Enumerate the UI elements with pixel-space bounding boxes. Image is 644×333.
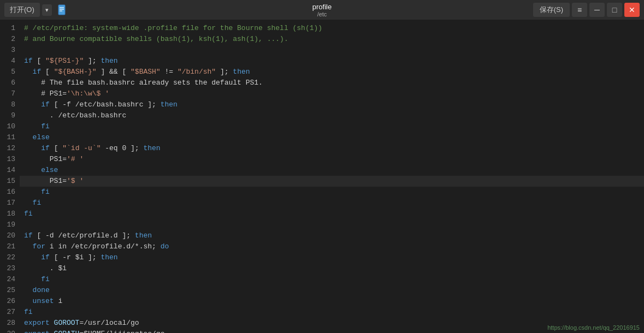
- line-number: 27: [3, 307, 15, 318]
- line-number: 14: [3, 165, 15, 176]
- line-number: 15: [3, 176, 15, 187]
- line-number: 25: [3, 285, 15, 296]
- save-button[interactable]: 保存(S): [533, 3, 570, 17]
- minimize-button[interactable]: ─: [589, 3, 605, 17]
- code-line: [20, 45, 644, 56]
- line-number: 5: [3, 67, 15, 78]
- line-number: 2: [3, 34, 15, 45]
- code-line: else: [20, 165, 644, 176]
- code-line: [20, 219, 644, 230]
- code-line: fi: [20, 307, 644, 318]
- line-number: 20: [3, 230, 15, 241]
- editor: 1234567891011121314151617181920212223242…: [0, 20, 644, 333]
- code-lines[interactable]: # /etc/profile: system-wide .profile fil…: [20, 20, 644, 333]
- code-line: if [ -r $i ]; then: [20, 252, 644, 263]
- code-line: # PS1='\h:\w\$ ': [20, 88, 644, 99]
- code-line: if [ "`id -u`" -eq 0 ]; then: [20, 143, 644, 154]
- line-number: 16: [3, 187, 15, 198]
- close-icon: ✕: [629, 5, 635, 14]
- code-line: PS1='# ': [20, 154, 644, 165]
- code-line: . $i: [20, 263, 644, 274]
- line-number: 8: [3, 99, 15, 110]
- line-number: 29: [3, 329, 15, 333]
- line-number: 3: [3, 45, 15, 56]
- code-line: if [ "${BASH-}" ] && [ "$BASH" != "/bin/…: [20, 67, 644, 78]
- title-bar-right: 保存(S) ≡ ─ □ ✕: [533, 3, 640, 17]
- open-dropdown-arrow[interactable]: ▾: [42, 4, 52, 16]
- file-icon: [56, 3, 69, 16]
- maximize-icon: □: [612, 5, 617, 14]
- code-line: # and Bourne compatible shells (bash(1),…: [20, 34, 644, 45]
- line-number: 17: [3, 198, 15, 209]
- code-line: done: [20, 285, 644, 296]
- code-line: # The file bash.bashrc already sets the …: [20, 78, 644, 88]
- title-sub: /etc: [312, 11, 332, 17]
- line-number: 13: [3, 154, 15, 165]
- line-numbers: 1234567891011121314151617181920212223242…: [0, 20, 20, 333]
- line-number: 22: [3, 252, 15, 263]
- code-line: fi: [20, 274, 644, 285]
- hamburger-icon: ≡: [577, 5, 582, 14]
- line-number: 10: [3, 121, 15, 132]
- code-line: fi: [20, 198, 644, 209]
- menu-button[interactable]: ≡: [572, 3, 587, 17]
- line-number: 23: [3, 263, 15, 274]
- title-main: profile: [312, 3, 332, 11]
- code-line: # /etc/profile: system-wide .profile fil…: [20, 23, 644, 34]
- line-number: 6: [3, 78, 15, 88]
- line-number: 9: [3, 110, 15, 121]
- close-button[interactable]: ✕: [624, 3, 640, 17]
- line-number: 19: [3, 219, 15, 230]
- svg-rect-0: [58, 5, 65, 15]
- minimize-icon: ─: [594, 5, 600, 14]
- maximize-button[interactable]: □: [607, 3, 622, 17]
- line-number: 12: [3, 143, 15, 154]
- title-bar-left: 打开(O) ▾: [4, 3, 72, 17]
- code-line: . /etc/bash.bashrc: [20, 110, 644, 121]
- watermark: https://blog.csdn.net/qq_22016915: [547, 324, 640, 331]
- line-number: 4: [3, 56, 15, 67]
- line-number: 11: [3, 132, 15, 143]
- line-number: 21: [3, 241, 15, 252]
- line-number: 28: [3, 318, 15, 329]
- code-container: 1234567891011121314151617181920212223242…: [0, 20, 644, 333]
- code-line: unset i: [20, 296, 644, 307]
- code-line: if [ "${PS1-}" ]; then: [20, 56, 644, 67]
- code-line: if [ -f /etc/bash.bashrc ]; then: [20, 99, 644, 110]
- line-number: 18: [3, 209, 15, 219]
- line-number: 26: [3, 296, 15, 307]
- code-line: fi: [20, 209, 644, 219]
- line-number: 1: [3, 23, 15, 34]
- title-bar: 打开(O) ▾ profile /etc 保存(S) ≡ ─ □ ✕: [0, 0, 644, 20]
- open-button[interactable]: 打开(O): [4, 3, 40, 17]
- code-line: PS1='$ ': [20, 176, 644, 187]
- code-line: fi: [20, 121, 644, 132]
- code-line: else: [20, 132, 644, 143]
- code-line: for i in /etc/profile.d/*.sh; do: [20, 241, 644, 252]
- line-number: 24: [3, 274, 15, 285]
- line-number: 7: [3, 88, 15, 99]
- title-bar-center: profile /etc: [312, 3, 332, 17]
- code-line: if [ -d /etc/profile.d ]; then: [20, 230, 644, 241]
- code-line: fi: [20, 187, 644, 198]
